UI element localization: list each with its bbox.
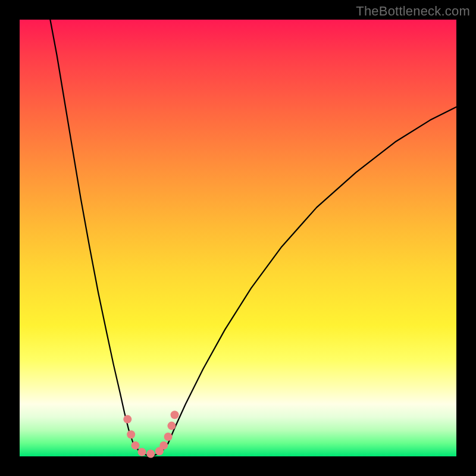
- data-marker: [146, 450, 155, 458]
- chart-svg: [20, 20, 456, 456]
- data-marker: [164, 433, 173, 441]
- data-marker: [127, 430, 135, 439]
- chart-frame: TheBottleneck.com: [0, 0, 476, 476]
- data-marker: [123, 415, 131, 424]
- data-marker: [159, 441, 168, 450]
- marker-group: [123, 411, 178, 458]
- watermark-text: TheBottleneck.com: [356, 4, 470, 19]
- data-marker: [167, 422, 176, 430]
- data-marker: [131, 441, 140, 450]
- plot-area: [20, 20, 456, 456]
- bottleneck-curve: [50, 20, 456, 455]
- data-marker: [138, 448, 146, 456]
- data-marker: [171, 411, 179, 419]
